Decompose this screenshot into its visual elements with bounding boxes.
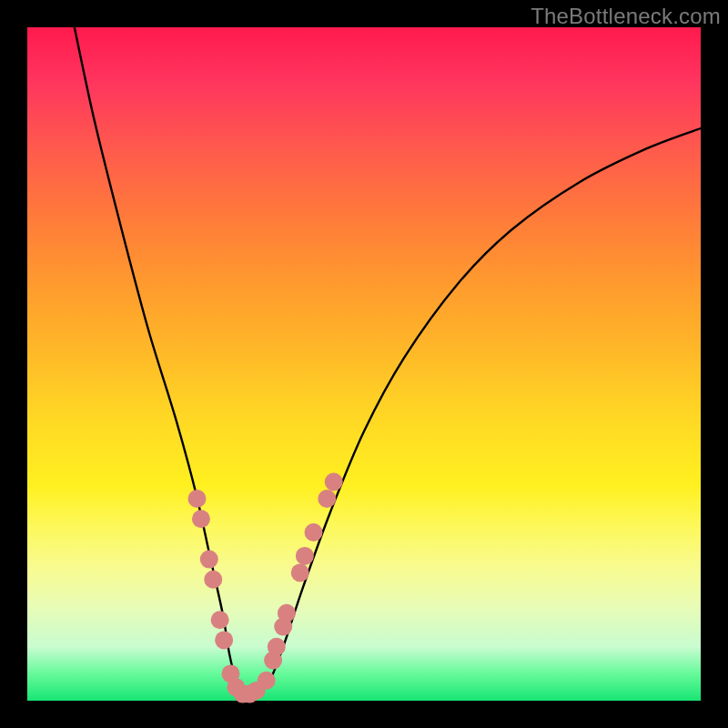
bead-marker xyxy=(268,638,286,656)
bead-marker xyxy=(318,490,336,508)
bead-marker xyxy=(258,672,276,690)
bead-marker xyxy=(296,547,314,565)
bead-marker xyxy=(211,611,229,629)
bead-marker xyxy=(215,631,233,649)
watermark-text: TheBottleneck.com xyxy=(531,4,721,29)
bead-marker xyxy=(192,510,210,528)
chart-svg xyxy=(27,27,701,701)
marker-layer xyxy=(187,473,342,703)
bead-marker xyxy=(325,473,343,491)
bead-marker xyxy=(291,563,309,581)
bead-marker xyxy=(305,523,323,541)
bead-marker xyxy=(187,490,206,508)
bead-marker xyxy=(204,571,222,589)
curve-layer xyxy=(75,27,701,701)
bead-marker xyxy=(200,551,218,569)
bottleneck-curve xyxy=(75,27,701,701)
chart-frame: TheBottleneck.com xyxy=(0,0,728,728)
bead-marker xyxy=(278,604,296,622)
